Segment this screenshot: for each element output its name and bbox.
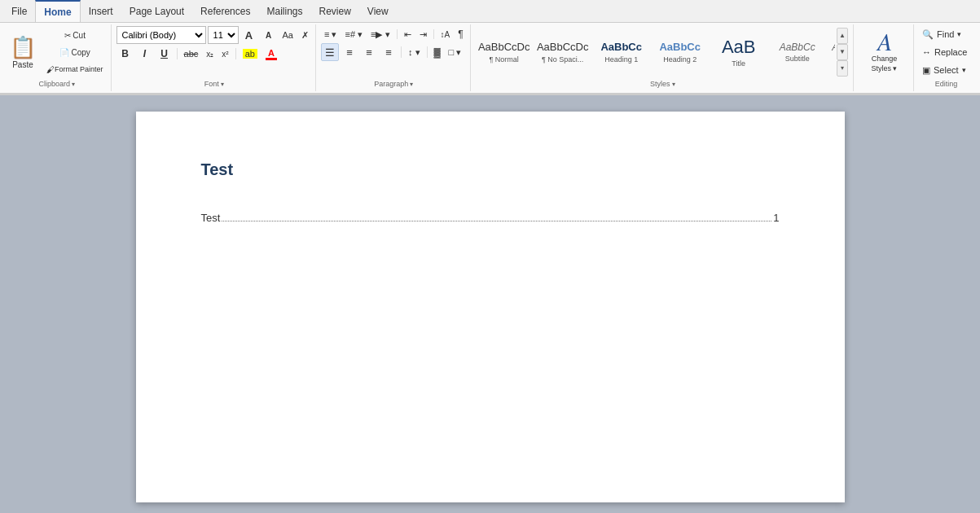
underline-button[interactable]: U: [156, 45, 174, 63]
document-heading[interactable]: Test: [201, 160, 780, 179]
styles-group-label: Styles▾: [476, 78, 850, 90]
font-size-select[interactable]: 11: [208, 26, 239, 44]
editing-group-label: Editing: [919, 78, 973, 90]
style-normal-label: ¶ Normal: [490, 55, 519, 64]
change-case-button[interactable]: Aa: [279, 27, 297, 43]
cut-button[interactable]: ✂ Cut: [42, 27, 108, 43]
style-no-spacing[interactable]: AaBbCcDc ¶ No Spaci...: [534, 26, 591, 78]
align-center-button[interactable]: ≡: [341, 43, 358, 61]
tab-page-layout[interactable]: Page Layout: [121, 0, 192, 22]
find-button[interactable]: 🔍 Find ▾: [919, 26, 973, 42]
style-heading2[interactable]: AaBbCc Heading 2: [652, 26, 709, 78]
paragraph-group-label: Paragraph▾: [321, 78, 467, 90]
replace-button[interactable]: ↔ Replace: [919, 44, 973, 60]
font-group-label: Font▾: [116, 78, 312, 90]
style-no-spacing-preview: AaBbCcDc: [537, 41, 589, 54]
shrink-font-button[interactable]: A: [260, 26, 278, 44]
multilevel-list-button[interactable]: ≡▶ ▾: [367, 26, 393, 42]
shading-button[interactable]: ▓: [431, 44, 444, 60]
subscript-button[interactable]: x₂: [203, 46, 217, 62]
font-name-select[interactable]: Calibri (Body): [116, 26, 206, 44]
style-heading1[interactable]: AaBbCc Heading 1: [593, 26, 650, 78]
style-no-spacing-label: ¶ No Spaci...: [542, 55, 583, 64]
gallery-scroll-up[interactable]: ▲: [837, 28, 848, 44]
change-styles-button[interactable]: 𝐴 Change Styles ▾: [862, 28, 907, 76]
copy-button[interactable]: 📄 Copy: [42, 44, 108, 60]
clipboard-group-label: Clipboard▾: [7, 78, 108, 90]
format-painter-button[interactable]: 🖌 Format Painter: [42, 61, 108, 77]
decrease-indent-button[interactable]: ⇤: [401, 26, 415, 42]
tab-file[interactable]: File: [3, 0, 35, 22]
font-color-button[interactable]: A: [262, 46, 280, 62]
change-styles-label: Change Styles ▾: [871, 55, 897, 73]
style-heading1-label: Heading 1: [604, 55, 638, 64]
show-hide-button[interactable]: ¶: [455, 26, 466, 42]
select-label: Select: [934, 65, 959, 75]
grow-font-button[interactable]: A: [240, 26, 258, 44]
sort-button[interactable]: ↕A: [437, 26, 454, 42]
style-normal-preview: AaBbCcDc: [478, 41, 530, 54]
align-left-button[interactable]: ☰: [321, 43, 339, 61]
clear-format-button[interactable]: ✗: [298, 27, 312, 43]
gallery-expand[interactable]: ▾: [837, 60, 848, 77]
style-title[interactable]: AaB Title: [710, 26, 767, 78]
gallery-scroll-down[interactable]: ▼: [837, 44, 848, 60]
increase-indent-button[interactable]: ⇥: [416, 26, 430, 42]
bold-button[interactable]: B: [116, 45, 134, 63]
borders-button[interactable]: □ ▾: [446, 44, 465, 60]
style-subtitle[interactable]: AaBbCc Subtitle: [769, 26, 826, 78]
bullets-button[interactable]: ≡ ▾: [321, 26, 340, 42]
toc-entry-page: 1: [773, 212, 779, 224]
select-icon: ▣: [922, 65, 930, 76]
style-heading2-label: Heading 2: [663, 55, 697, 64]
style-subtitle-label: Subtitle: [785, 55, 810, 63]
style-subtitle-preview: AaBbCc: [780, 42, 815, 53]
text-highlight-button[interactable]: ab: [240, 46, 261, 62]
replace-icon: ↔: [922, 47, 931, 57]
change-styles-icon: 𝐴: [877, 30, 892, 55]
line-spacing-button[interactable]: ↕ ▾: [405, 44, 424, 60]
tab-references[interactable]: References: [192, 0, 258, 22]
find-label: Find: [937, 29, 954, 39]
format-painter-label: Format Painter: [55, 65, 103, 73]
tab-view[interactable]: View: [359, 0, 397, 22]
tab-mailings[interactable]: Mailings: [258, 0, 310, 22]
strikethrough-button[interactable]: abc: [181, 46, 202, 62]
style-title-label: Title: [732, 59, 745, 68]
style-title-preview: AaB: [722, 37, 756, 58]
select-button[interactable]: ▣ Select ▾: [919, 62, 973, 78]
align-right-button[interactable]: ≡: [360, 43, 378, 61]
superscript-button[interactable]: x²: [218, 46, 231, 62]
tab-home[interactable]: Home: [35, 0, 80, 22]
style-heading1-preview: AaBbCc: [600, 41, 642, 54]
paste-button[interactable]: 📋 Paste: [7, 31, 39, 73]
toc-entry: Test1: [201, 212, 780, 224]
tab-insert[interactable]: Insert: [81, 0, 121, 22]
document-area: Test Test1: [0, 95, 980, 512]
find-icon: 🔍: [922, 29, 934, 40]
style-subtle-em[interactable]: AaBbCcDc Subtle Em...: [828, 26, 835, 78]
justify-button[interactable]: ≡: [380, 43, 398, 61]
numbering-button[interactable]: ≡# ▾: [341, 26, 366, 42]
style-normal[interactable]: AaBbCcDc ¶ Normal: [476, 26, 533, 78]
toc-entry-text: Test: [201, 212, 221, 224]
replace-label: Replace: [934, 47, 967, 57]
style-heading2-preview: AaBbCc: [659, 41, 701, 54]
tab-review[interactable]: Review: [310, 0, 358, 22]
italic-button[interactable]: I: [136, 45, 154, 63]
document-page: Test Test1: [136, 112, 845, 502]
